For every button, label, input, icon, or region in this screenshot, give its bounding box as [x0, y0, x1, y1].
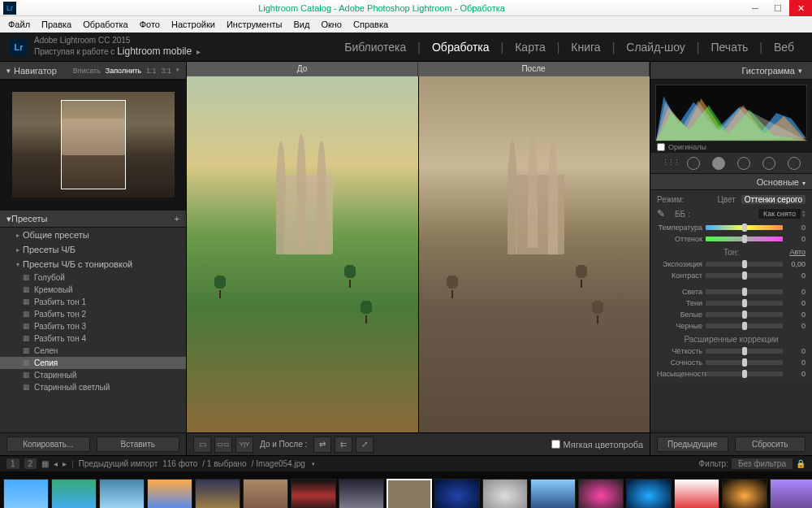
thumbnail[interactable] — [339, 479, 384, 508]
paste-button[interactable]: Вставить — [97, 436, 180, 452]
nav-fill[interactable]: Заполнить — [106, 67, 141, 75]
preset-item[interactable]: Разбить тон 4 — [0, 332, 186, 345]
thumbnail[interactable] — [434, 479, 480, 508]
grid-icon[interactable]: ▦ — [41, 459, 49, 468]
nav-zoom-menu-icon[interactable]: ▾ — [176, 67, 179, 75]
menu-file[interactable]: Файл — [3, 18, 35, 31]
spot-tool-icon[interactable] — [687, 157, 700, 170]
thumbnail[interactable] — [99, 479, 145, 508]
tint-slider[interactable] — [706, 237, 783, 241]
thumbnail[interactable] — [51, 479, 97, 508]
clarity-slider[interactable] — [706, 349, 783, 354]
source-label[interactable]: Предыдущий импорт — [79, 459, 158, 468]
filter-dropdown[interactable]: Без фильтра — [732, 458, 793, 469]
treatment-color[interactable]: Цвет — [714, 195, 738, 204]
grid-2-button[interactable]: 2 — [24, 458, 37, 469]
wb-picker-icon[interactable]: ✎ — [657, 208, 668, 219]
shadows-slider[interactable] — [706, 301, 783, 306]
module-print[interactable]: Печать — [702, 37, 756, 57]
thumbnail[interactable] — [195, 479, 240, 508]
add-preset-button[interactable]: + — [175, 214, 179, 224]
crop-tool-icon[interactable] — [662, 157, 675, 170]
thumbnail-selected[interactable] — [387, 479, 432, 508]
navigator-preview[interactable] — [0, 80, 186, 210]
brush-tool-icon[interactable] — [788, 157, 801, 170]
treatment-gray[interactable]: Оттенки серого — [741, 195, 806, 204]
prev-photo-button[interactable]: ◂ — [54, 459, 58, 468]
wb-dropdown[interactable]: Как снято — [758, 209, 801, 219]
path-menu-icon[interactable]: ▾ — [312, 461, 315, 467]
grid-1-button[interactable]: 1 — [6, 458, 19, 469]
preset-group[interactable]: Пресеты Ч/Б — [0, 242, 186, 257]
filter-lock-icon[interactable]: 🔒 — [796, 459, 806, 468]
next-photo-button[interactable]: ▸ — [63, 459, 67, 468]
loupe-view-button[interactable]: ▭ — [193, 436, 211, 453]
thumbnail[interactable] — [147, 479, 192, 508]
thumbnail[interactable] — [291, 479, 336, 508]
menu-view[interactable]: Вид — [289, 18, 315, 31]
copy-after-button[interactable]: ⤢ — [356, 436, 374, 453]
previous-button[interactable]: Предыдущие — [657, 436, 728, 452]
menu-edit[interactable]: Правка — [37, 18, 76, 31]
menu-tools[interactable]: Инструменты — [222, 18, 287, 31]
preset-item-selected[interactable]: Сепия — [0, 357, 186, 369]
wb-stepper-icon[interactable]: ▴▾ — [802, 210, 806, 218]
nav-fit[interactable]: Вписать — [73, 67, 101, 75]
maximize-button[interactable]: ☐ — [767, 0, 789, 16]
module-develop[interactable]: Обработка — [424, 37, 498, 57]
thumbnail[interactable] — [722, 479, 767, 508]
menu-photo[interactable]: Фото — [135, 18, 165, 31]
compare-view[interactable] — [187, 76, 650, 432]
nav-1to1[interactable]: 1:1 — [146, 67, 157, 75]
thumbnail[interactable] — [674, 479, 719, 508]
module-book[interactable]: Книга — [563, 37, 608, 57]
module-slideshow[interactable]: Слайд-шоу — [618, 37, 693, 57]
thumbnail[interactable] — [3, 479, 49, 508]
exposure-slider[interactable] — [706, 262, 783, 267]
menu-develop[interactable]: Обработка — [78, 18, 132, 31]
histogram-panel[interactable]: Оригиналы — [650, 80, 812, 153]
saturation-slider[interactable] — [706, 371, 783, 376]
thumbnail[interactable] — [243, 479, 288, 508]
preset-item[interactable]: Разбить тон 2 — [0, 308, 186, 320]
blacks-slider[interactable] — [706, 323, 783, 328]
swap-button[interactable]: ⇄ — [313, 436, 331, 453]
menu-settings[interactable]: Настройки — [166, 18, 220, 31]
module-web[interactable]: Веб — [766, 37, 802, 57]
preset-item[interactable]: Разбить тон 1 — [0, 296, 186, 308]
compare-yy-button[interactable]: Y|Y — [235, 436, 253, 453]
thumbnail[interactable] — [578, 479, 624, 508]
reset-button[interactable]: Сбросить — [735, 436, 806, 452]
preset-item[interactable]: Голубой — [0, 271, 186, 284]
copy-before-button[interactable]: ⇇ — [335, 436, 352, 453]
gradient-tool-icon[interactable] — [737, 157, 750, 170]
preset-group[interactable]: Общие пресеты — [0, 228, 186, 242]
thumbnail[interactable] — [482, 479, 528, 508]
redeye-tool-icon[interactable] — [712, 157, 725, 170]
preset-item[interactable]: Кремовый — [0, 284, 186, 296]
temp-slider[interactable] — [706, 225, 783, 230]
thumbnail[interactable] — [530, 479, 576, 508]
highlights-slider[interactable] — [706, 289, 783, 294]
menu-window[interactable]: Окно — [316, 18, 347, 31]
histogram-header[interactable]: Гистограмма ▾ — [650, 62, 812, 80]
module-map[interactable]: Карта — [507, 37, 553, 57]
thumbnail[interactable] — [770, 479, 812, 508]
thumbnail[interactable] — [626, 479, 672, 508]
minimize-button[interactable]: ─ — [744, 0, 767, 16]
module-library[interactable]: Библиотека — [336, 37, 414, 57]
copy-button[interactable]: Копировать... — [6, 436, 90, 452]
presets-header[interactable]: ▾ Пресеты + — [0, 210, 186, 228]
contrast-slider[interactable] — [706, 273, 783, 278]
preset-item[interactable]: Старинный светлый — [0, 381, 186, 393]
preset-item[interactable]: Селен — [0, 345, 186, 357]
basic-header[interactable]: Основные▾ — [650, 174, 812, 190]
preset-item[interactable]: Старинный — [0, 369, 186, 381]
lightroom-mobile-link[interactable]: Lightroom mobile — [117, 46, 192, 57]
navigator-selection[interactable] — [61, 100, 126, 189]
softproof-checkbox[interactable] — [551, 440, 560, 449]
close-button[interactable]: ✕ — [789, 0, 812, 16]
whites-slider[interactable] — [706, 312, 783, 317]
preset-item[interactable]: Разбить тон 3 — [0, 320, 186, 332]
menu-help[interactable]: Справка — [348, 18, 393, 31]
